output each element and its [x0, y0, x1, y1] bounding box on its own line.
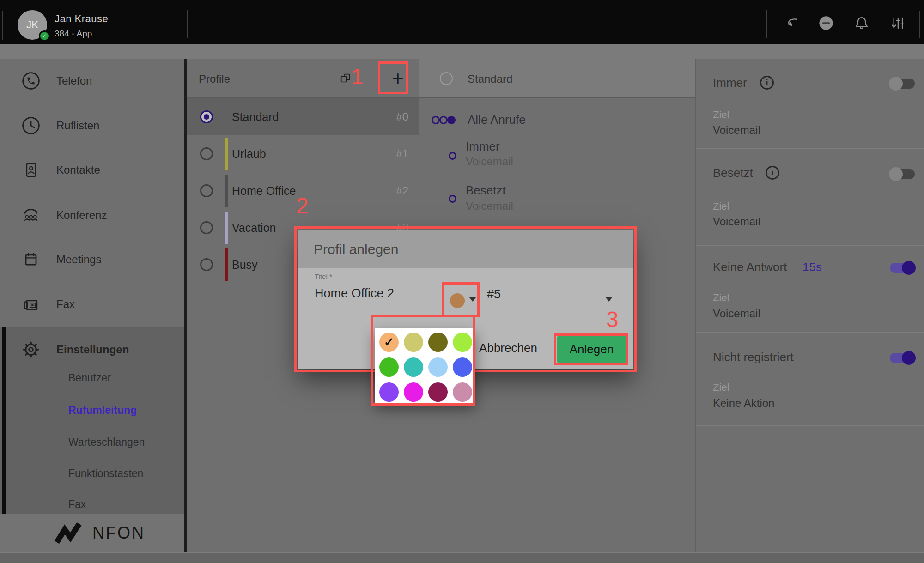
- contact-card-icon: [21, 160, 41, 180]
- palette-swatch[interactable]: [379, 357, 399, 377]
- detail-header-title: Standard: [468, 59, 512, 98]
- fax-icon: [21, 294, 41, 315]
- sidebar-item-fax[interactable]: Fax: [0, 293, 184, 315]
- palette-swatch[interactable]: [404, 382, 423, 402]
- phone-icon: [21, 71, 41, 91]
- rule-dot-icon: [449, 195, 456, 203]
- notifications-bell-icon[interactable]: [850, 11, 874, 35]
- sidebar-item-telefon[interactable]: Telefon: [0, 70, 184, 92]
- chevron-down-icon[interactable]: [606, 297, 612, 302]
- toggle-knob: [889, 167, 903, 181]
- sidebar-item-konferenz[interactable]: Konferenz: [0, 204, 184, 226]
- radio-icon[interactable]: [200, 258, 213, 271]
- radio-selected-icon[interactable]: [200, 110, 213, 123]
- profile-row-urlaub[interactable]: Urlaub #1: [187, 135, 419, 172]
- profile-label: Busy: [232, 246, 258, 283]
- section-title: Keine Antwort: [713, 260, 787, 274]
- ziel-label: Ziel: [713, 109, 729, 121]
- dialog-header: Profil anlegen: [298, 230, 633, 268]
- add-profile-button[interactable]: +: [383, 63, 413, 94]
- toggle-immer[interactable]: [890, 79, 915, 89]
- info-icon[interactable]: i: [766, 166, 779, 180]
- radio-icon[interactable]: [200, 221, 213, 234]
- detail-header: Standard: [419, 59, 695, 98]
- radio-icon[interactable]: [200, 184, 213, 197]
- ziel-label: Ziel: [713, 200, 729, 212]
- profile-color-swatch[interactable]: [450, 293, 465, 308]
- sidebar-subitem-benutzer[interactable]: Benutzer: [0, 369, 184, 387]
- palette-swatch[interactable]: [453, 333, 472, 352]
- settings-sliders-icon[interactable]: [886, 11, 910, 35]
- sidebar-subitem-fax[interactable]: Fax: [0, 495, 184, 514]
- palette-swatch[interactable]: [404, 357, 423, 377]
- section-title: Nicht registriert: [713, 350, 794, 364]
- sidebar-item-kontakte[interactable]: Kontakte: [0, 159, 184, 181]
- toggle-besetzt[interactable]: [890, 169, 915, 179]
- subitem-label: Warteschlangen: [68, 433, 145, 451]
- ziel-value: Voicemail: [713, 215, 760, 228]
- content-top-band: [0, 44, 924, 59]
- section-keine-antwort: Keine Antwort 15s Ziel Voicemail: [696, 246, 924, 333]
- radio-icon[interactable]: [200, 147, 213, 160]
- sidebar-subitem-warteschlangen[interactable]: Warteschlangen: [0, 433, 184, 451]
- sidebar-item-label: Telefon: [56, 70, 92, 92]
- info-icon[interactable]: i: [760, 76, 774, 90]
- rule-besetzt[interactable]: Besetzt: [466, 183, 506, 198]
- profile-row-home-office[interactable]: Home Office #2: [187, 172, 419, 209]
- rule-immer[interactable]: Immer: [466, 139, 500, 154]
- topbar: JK ✓ Jan Krause 384 - App: [0, 0, 924, 44]
- profile-number-select[interactable]: #5: [487, 287, 501, 302]
- palette-swatch-selected[interactable]: ✓: [379, 333, 399, 352]
- radio-icon[interactable]: [440, 72, 453, 85]
- copy-profile-icon[interactable]: [339, 72, 353, 85]
- toggle-knob: [902, 261, 916, 275]
- nfon-logo-block: NFON: [0, 514, 184, 552]
- rule-dot-icon: [449, 152, 456, 160]
- gear-icon: [21, 339, 41, 360]
- palette-swatch[interactable]: [453, 357, 472, 377]
- sidebar-item-ruflisten[interactable]: Ruflisten: [0, 115, 184, 137]
- call-forward-icon[interactable]: [779, 11, 803, 35]
- conference-icon: [21, 205, 41, 225]
- do-not-disturb-icon[interactable]: [814, 11, 838, 35]
- titel-input[interactable]: Home Office 2: [315, 286, 394, 301]
- palette-swatch[interactable]: [379, 382, 399, 402]
- sidebar-item-label: Einstellungen: [56, 339, 129, 361]
- sidebar-item-label: Konferenz: [56, 204, 107, 226]
- section-title: Immer: [713, 76, 747, 90]
- color-palette-popup: ✓: [375, 328, 475, 403]
- toggle-keine-antwort[interactable]: [890, 263, 915, 273]
- forwarding-settings-panel: Immer i Ziel Voicemail Besetzt i Ziel Vo…: [696, 59, 924, 552]
- section-nicht-registriert: Nicht registriert Ziel Keine Aktion: [696, 333, 924, 426]
- nfon-logo-icon: [49, 521, 88, 545]
- palette-swatch[interactable]: [453, 382, 472, 402]
- timeout-badge[interactable]: 15s: [802, 260, 822, 274]
- profile-label: Standard: [232, 98, 279, 135]
- sidebar-subitem-funktionstasten[interactable]: Funktionstasten: [0, 464, 184, 483]
- sidebar-subitem-rufumleitung[interactable]: Rufumleitung: [0, 401, 184, 419]
- titel-field-label: Titel *: [315, 272, 332, 280]
- palette-swatch[interactable]: [428, 333, 448, 352]
- palette-swatch[interactable]: [428, 382, 448, 402]
- palette-swatch[interactable]: [428, 357, 448, 377]
- create-button[interactable]: Anlegen: [557, 336, 626, 363]
- profile-color-bar: [225, 248, 228, 281]
- user-extension: 384 - App: [55, 29, 92, 39]
- rule-all-calls[interactable]: Alle Anrufe: [468, 113, 526, 127]
- cancel-button[interactable]: Abbrechen: [476, 341, 541, 355]
- ziel-value: Keine Aktion: [713, 397, 774, 410]
- palette-swatch[interactable]: [404, 333, 423, 352]
- bottom-strip: [0, 552, 924, 563]
- ziel-value: Voicemail: [713, 124, 760, 137]
- topbar-right-divider: [919, 11, 920, 38]
- ziel-value: Voicemail: [713, 307, 760, 320]
- sidebar-item-meetings[interactable]: Meetings: [0, 248, 184, 271]
- chevron-down-icon[interactable]: [469, 297, 476, 302]
- ziel-label: Ziel: [713, 381, 729, 393]
- toggle-nicht-registriert[interactable]: [890, 353, 915, 363]
- profile-row-standard[interactable]: Standard #0: [187, 98, 419, 135]
- sidebar-item-einstellungen[interactable]: Einstellungen: [0, 339, 184, 361]
- sidebar-item-label: Kontakte: [56, 159, 100, 181]
- profile-label: Vacation: [232, 209, 276, 246]
- number-select-underline: [487, 309, 617, 309]
